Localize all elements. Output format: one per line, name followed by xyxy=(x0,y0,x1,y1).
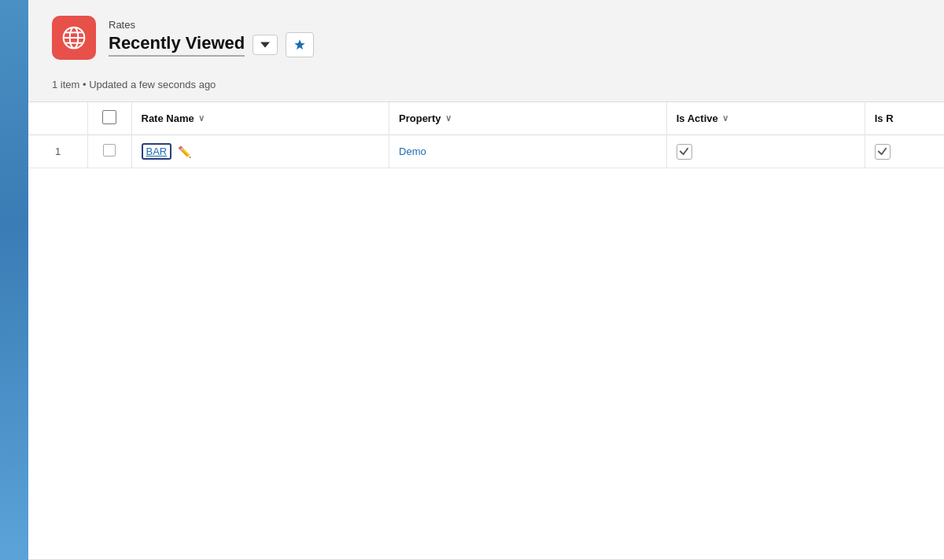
col-header-num xyxy=(28,102,88,135)
pin-icon xyxy=(293,39,306,51)
sidebar xyxy=(0,0,28,560)
row-isactive-cell xyxy=(666,135,865,168)
col-header-isactive[interactable]: Is Active ∨ xyxy=(666,102,865,135)
col-header-extra[interactable]: Is R xyxy=(865,102,944,135)
object-title-area: Rates Recently Viewed xyxy=(109,19,314,57)
col-header-ratename[interactable]: Rate Name ∨ xyxy=(131,102,389,135)
checkmark-icon xyxy=(679,146,689,157)
object-title-row: Recently Viewed xyxy=(109,32,314,57)
status-bar: 1 item • Updated a few seconds ago xyxy=(28,74,944,101)
rates-table: Rate Name ∨ Property ∨ Is Active ∨ xyxy=(28,102,944,168)
row-select-checkbox[interactable] xyxy=(103,144,116,157)
status-text: 1 item • Updated a few seconds ago xyxy=(52,79,216,90)
row-num: 1 xyxy=(28,135,88,168)
chevron-down-icon xyxy=(260,40,270,50)
table-row: 1 BAR ✏️ Demo xyxy=(28,135,944,168)
pin-button[interactable] xyxy=(286,32,314,57)
row-ratename-cell: BAR ✏️ xyxy=(131,135,389,168)
page-title: Recently Viewed xyxy=(109,33,245,57)
sort-icon-property: ∨ xyxy=(445,113,452,123)
row-property-cell: Demo xyxy=(389,135,667,168)
col-header-property[interactable]: Property ∨ xyxy=(389,102,667,135)
edit-icon[interactable]: ✏️ xyxy=(178,146,191,158)
table-container: Rate Name ∨ Property ∨ Is Active ∨ xyxy=(28,101,944,560)
isactive-checkbox xyxy=(677,144,692,160)
object-subtitle: Rates xyxy=(109,19,314,31)
checkmark-icon-extra xyxy=(877,146,887,157)
row-extra-cell xyxy=(865,135,944,168)
object-header: Rates Recently Viewed xyxy=(52,16,920,60)
table-header-row: Rate Name ∨ Property ∨ Is Active ∨ xyxy=(28,102,944,135)
rate-name-link[interactable]: BAR xyxy=(142,143,172,160)
isextra-checkbox xyxy=(875,144,891,160)
header-area: Rates Recently Viewed xyxy=(28,0,944,74)
row-checkbox-cell xyxy=(88,135,131,168)
sort-icon-isactive: ∨ xyxy=(722,113,728,123)
col-header-checkbox xyxy=(88,102,131,135)
rate-name-cell: BAR ✏️ xyxy=(142,143,380,160)
object-icon xyxy=(52,16,96,60)
sort-icon-ratename: ∨ xyxy=(198,113,205,123)
property-value[interactable]: Demo xyxy=(399,146,426,157)
view-dropdown-button[interactable] xyxy=(253,35,278,55)
select-all-checkbox[interactable] xyxy=(102,110,116,124)
globe-icon xyxy=(61,25,87,50)
main-content: Rates Recently Viewed 1 xyxy=(28,0,944,560)
